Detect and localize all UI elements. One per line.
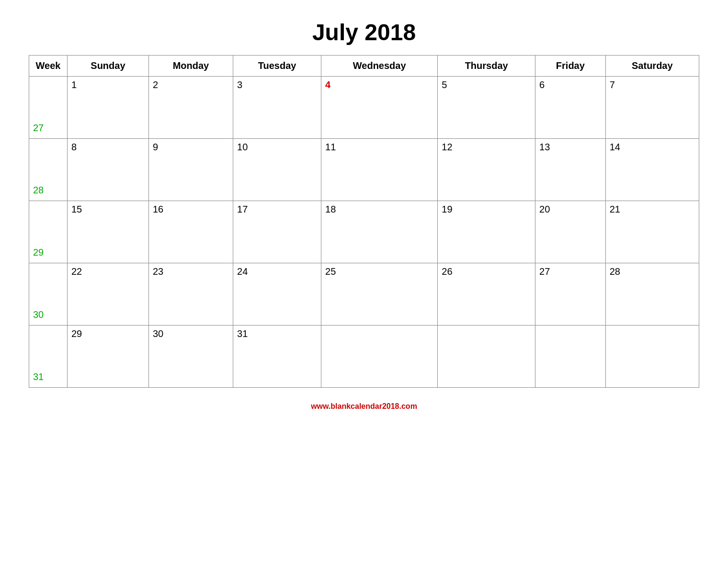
- day-cell: 14: [605, 139, 699, 201]
- day-cell: 20: [535, 201, 606, 263]
- day-cell: 9: [148, 139, 233, 201]
- col-header-tuesday: Tuesday: [233, 56, 321, 77]
- week-number: 28: [33, 185, 44, 195]
- week-row: 271234567: [29, 77, 699, 139]
- day-number: 5: [442, 79, 447, 90]
- day-cell: 10: [233, 139, 321, 201]
- week-number-cell: 30: [29, 263, 68, 326]
- day-number: 20: [539, 204, 550, 214]
- day-cell: 22: [68, 263, 149, 326]
- calendar-table: WeekSundayMondayTuesdayWednesdayThursday…: [29, 55, 699, 388]
- day-number: 21: [610, 204, 620, 214]
- day-cell: 26: [438, 263, 535, 326]
- day-cell: 12: [438, 139, 535, 201]
- day-number: 19: [442, 204, 452, 214]
- day-cell: 6: [535, 77, 606, 139]
- day-number: 15: [71, 204, 82, 214]
- day-cell: 31: [233, 326, 321, 388]
- day-cell: 25: [321, 263, 438, 326]
- day-cell: 17: [233, 201, 321, 263]
- day-cell: 19: [438, 201, 535, 263]
- day-cell: 15: [68, 201, 149, 263]
- week-number-cell: 29: [29, 201, 68, 263]
- day-cell: [605, 326, 699, 388]
- week-row: 31293031: [29, 326, 699, 388]
- day-number: 13: [539, 142, 550, 152]
- day-cell: 29: [68, 326, 149, 388]
- col-header-week: Week: [29, 56, 68, 77]
- col-header-thursday: Thursday: [438, 56, 535, 77]
- day-cell: 30: [148, 326, 233, 388]
- week-number: 31: [33, 371, 44, 382]
- day-number: 17: [237, 204, 248, 214]
- day-number: 2: [153, 79, 158, 90]
- page-title: July 2018: [312, 19, 416, 45]
- day-number: 1: [71, 79, 77, 90]
- header-row: WeekSundayMondayTuesdayWednesdayThursday…: [29, 56, 699, 77]
- day-cell: 23: [148, 263, 233, 326]
- calendar-container: WeekSundayMondayTuesdayWednesdayThursday…: [29, 55, 699, 388]
- week-number-cell: 27: [29, 77, 68, 139]
- day-number: 27: [539, 266, 550, 277]
- day-number: 12: [442, 142, 452, 152]
- day-number: 18: [325, 204, 336, 214]
- day-number: 3: [237, 79, 242, 90]
- week-number: 30: [33, 309, 44, 320]
- day-cell: 2: [148, 77, 233, 139]
- day-number: 7: [610, 79, 615, 90]
- day-cell: 16: [148, 201, 233, 263]
- week-number: 29: [33, 247, 44, 258]
- day-number: 16: [153, 204, 163, 214]
- day-number: 24: [237, 266, 248, 277]
- day-cell: 24: [233, 263, 321, 326]
- col-header-friday: Friday: [535, 56, 606, 77]
- footer-url: www.blankcalendar2018.com: [311, 402, 417, 411]
- week-number: 27: [33, 123, 44, 133]
- day-cell: 27: [535, 263, 606, 326]
- day-cell: 11: [321, 139, 438, 201]
- day-number: 31: [237, 328, 248, 339]
- week-number-cell: 28: [29, 139, 68, 201]
- day-number: 22: [71, 266, 82, 277]
- day-cell: 3: [233, 77, 321, 139]
- day-cell: [438, 326, 535, 388]
- day-number: 25: [325, 266, 336, 277]
- week-number-cell: 31: [29, 326, 68, 388]
- day-cell: 5: [438, 77, 535, 139]
- day-number: 28: [610, 266, 620, 277]
- day-cell: 4: [321, 77, 438, 139]
- day-number: 11: [325, 142, 336, 152]
- col-header-sunday: Sunday: [68, 56, 149, 77]
- day-number: 6: [539, 79, 545, 90]
- week-row: 28891011121314: [29, 139, 699, 201]
- day-number: 10: [237, 142, 248, 152]
- day-number: 8: [71, 142, 77, 152]
- day-cell: [535, 326, 606, 388]
- day-cell: 13: [535, 139, 606, 201]
- col-header-monday: Monday: [148, 56, 233, 77]
- day-number: 14: [610, 142, 620, 152]
- day-cell: 21: [605, 201, 699, 263]
- day-cell: 7: [605, 77, 699, 139]
- day-cell: 1: [68, 77, 149, 139]
- day-number: 30: [153, 328, 163, 339]
- day-number: 23: [153, 266, 163, 277]
- col-header-saturday: Saturday: [605, 56, 699, 77]
- day-cell: 8: [68, 139, 149, 201]
- day-number: 29: [71, 328, 82, 339]
- day-number: 26: [442, 266, 452, 277]
- day-cell: [321, 326, 438, 388]
- day-number: 4: [325, 79, 330, 90]
- week-row: 2915161718192021: [29, 201, 699, 263]
- week-row: 3022232425262728: [29, 263, 699, 326]
- day-cell: 18: [321, 201, 438, 263]
- day-number: 9: [153, 142, 158, 152]
- col-header-wednesday: Wednesday: [321, 56, 438, 77]
- day-cell: 28: [605, 263, 699, 326]
